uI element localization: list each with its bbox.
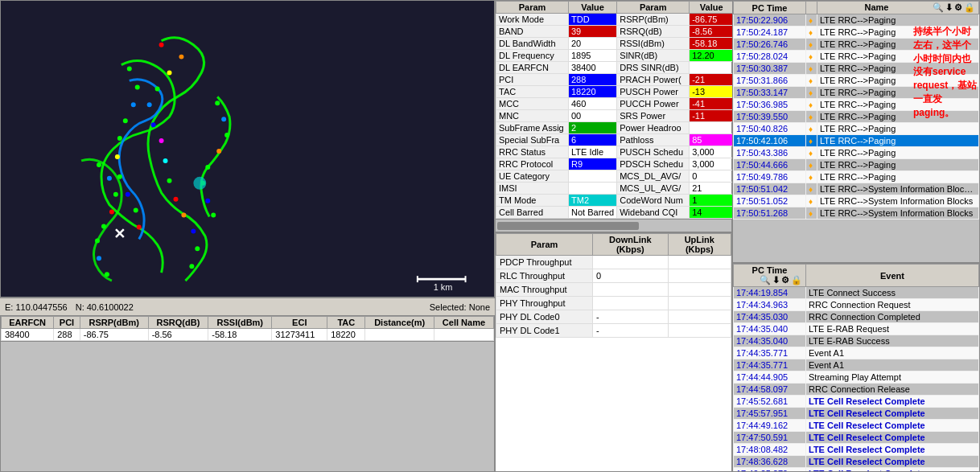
signal-icon: ♦: [806, 63, 817, 75]
log-name: LTE RRC-->System Information Blocks: [817, 207, 979, 220]
cell-rsrp: -86.75: [80, 329, 148, 341]
log-table-bottom: PC Time 🔍 ⬇ ⚙ 🔒 Event 17:44:19.854: [733, 264, 979, 471]
search-icon[interactable]: 🔍: [933, 2, 944, 13]
param-label-left: Work Mode: [496, 14, 569, 26]
svg-point-19: [117, 136, 122, 141]
event-row[interactable]: 17:45:57.951 LTE Cell Reselect Complete: [734, 408, 979, 420]
event-name: LTE Cell Reselect Complete: [806, 456, 979, 468]
event-row[interactable]: 17:48:08.482 LTE Cell Reselect Complete: [734, 444, 979, 456]
param-label-left: TAC: [496, 86, 569, 98]
log-time: 17:50:26.746: [734, 39, 806, 51]
event-name: LTE Cell Reselect Complete: [806, 432, 979, 444]
event-row[interactable]: 17:45:52.681 LTE Cell Reselect Complete: [734, 396, 979, 408]
param-label-left: DL BandWidth: [496, 38, 569, 50]
event-time: 17:44:35.030: [734, 311, 806, 323]
svg-point-1: [159, 43, 164, 47]
log-name: LTE RRC-->System Information Block T: [817, 183, 979, 195]
param-value-left: 2: [569, 122, 617, 134]
params-row: DL BandWidth 20 RSSI(dBm) -58.18: [496, 38, 734, 50]
event-name: RRC Connection Completed: [806, 311, 979, 323]
col-cellname: Cell Name: [434, 317, 493, 329]
svg-point-35: [113, 192, 118, 197]
event-name: LTE Connect Success: [806, 287, 979, 299]
log-row[interactable]: 17:50:51.268 ♦ LTE RRC-->System Informat…: [734, 207, 979, 220]
event-row[interactable]: 17:44:35.040 LTE E-RAB Request: [734, 323, 979, 335]
log-row[interactable]: 17:50:51.052 ♦ LTE RRC-->System Informat…: [734, 195, 979, 207]
param-label-right: CodeWord Num: [617, 195, 690, 207]
svg-point-27: [224, 133, 229, 137]
event-row[interactable]: 17:44:34.963 RRC Connection Request: [734, 299, 979, 311]
params-table: Param Value Param Value Work Mode TDD RS…: [496, 1, 734, 219]
event-lock-icon[interactable]: 🔒: [791, 275, 802, 285]
col-rssi: RSSI(dBm): [208, 317, 272, 329]
col-earfcn: EARFCN: [2, 317, 54, 329]
param-value-left: 6: [569, 134, 617, 146]
event-search-icon[interactable]: 🔍: [760, 275, 771, 285]
tp-col-param: Param: [496, 234, 593, 256]
event-row[interactable]: 17:44:58.097 RRC Connection Release: [734, 384, 979, 396]
svg-point-15: [127, 67, 132, 72]
svg-point-18: [123, 118, 128, 123]
event-row[interactable]: 17:44:35.771 Event A1: [734, 359, 979, 371]
throughput-row: PDCP Throughput: [496, 256, 731, 269]
event-row[interactable]: 17:44:35.771 Event A1: [734, 347, 979, 359]
lock-icon[interactable]: 🔒: [964, 2, 975, 13]
param-label-right: RSSI(dBm): [617, 38, 690, 50]
param-value-left: [569, 170, 617, 183]
param-label-left: Cell Barred: [496, 207, 569, 219]
event-row[interactable]: 17:44:35.040 LTE E-RAB Success: [734, 335, 979, 347]
param-label-left: PCI: [496, 74, 569, 86]
params-row: RRC Protocol R9 PDSCH Schedu 3,000: [496, 158, 734, 170]
param-label-right: RSRQ(dB): [617, 26, 690, 38]
event-row[interactable]: 17:44:35.030 RRC Connection Completed: [734, 311, 979, 323]
event-time: 17:44:35.040: [734, 323, 806, 335]
svg-point-10: [174, 197, 179, 202]
col-distance: Distance(m): [365, 317, 434, 329]
svg-point-4: [155, 86, 160, 91]
params-col-value2: Value: [690, 2, 734, 14]
tp-ul: [668, 269, 731, 283]
param-label-right: PUCCH Power: [617, 98, 690, 110]
cell-pci: 288: [54, 329, 80, 341]
log-row[interactable]: 17:50:44.666 ♦ LTE RRC-->Paging: [734, 159, 979, 171]
param-label-right: RSRP(dBm): [617, 14, 690, 26]
param-value-left: TM2: [569, 195, 617, 207]
log-time: 17:50:22.906: [734, 14, 806, 27]
event-row[interactable]: 17:44:49.162 LTE Cell Reselect Complete: [734, 420, 979, 432]
event-row[interactable]: 17:44:44.905 Streaming Play Attempt: [734, 371, 979, 384]
params-scrollbar[interactable]: [496, 219, 731, 232]
svg-point-32: [211, 213, 216, 218]
params-col-param1: Param: [496, 2, 569, 14]
log-row[interactable]: 17:50:49.786 ♦ LTE RRC-->Paging: [734, 171, 979, 183]
event-row[interactable]: 17:47:50.591 LTE Cell Reselect Complete: [734, 432, 979, 444]
bottom-scrollbar[interactable]: [1, 341, 494, 354]
log-row[interactable]: 17:50:42.106 ♦ LTE RRC-->Paging: [734, 135, 979, 147]
tp-ul: [668, 283, 731, 297]
event-name: Event A1: [806, 359, 979, 371]
event-filter-icon[interactable]: ⬇: [772, 275, 780, 285]
log-time: 17:50:30.387: [734, 63, 806, 75]
svg-point-11: [181, 213, 186, 218]
param-label-left: TM Mode: [496, 195, 569, 207]
param-value-right: -41: [690, 98, 734, 110]
filter-icon[interactable]: ⬇: [945, 2, 953, 13]
param-value-right: -21: [690, 74, 734, 86]
log-row[interactable]: 17:50:51.042 ♦ LTE RRC-->System Informat…: [734, 183, 979, 195]
tp-param: PHY DL Code1: [496, 324, 593, 338]
signal-icon: ♦: [806, 111, 817, 123]
svg-point-26: [221, 117, 226, 121]
event-row[interactable]: 17:48:36.628 LTE Cell Reselect Complete: [734, 456, 979, 468]
params-row: UE Category MCS_DL_AVG/ 0: [496, 170, 734, 183]
params-row: SubFrame Assig 2 Power Headroo: [496, 122, 734, 134]
log-row[interactable]: 17:50:43.386 ♦ LTE RRC-->Paging: [734, 147, 979, 159]
event-settings-icon[interactable]: ⚙: [781, 275, 789, 285]
param-value-right: 3,000: [690, 146, 734, 158]
map-area[interactable]: 1 km ✕: [0, 0, 495, 298]
log-row[interactable]: 17:50:40.826 ♦ LTE RRC-->Paging: [734, 123, 979, 135]
event-row[interactable]: 17:49:25.279 LTE Cell Reselect Complete: [734, 468, 979, 472]
event-row[interactable]: 17:44:19.854 LTE Connect Success: [734, 287, 979, 299]
settings-icon[interactable]: ⚙: [954, 2, 962, 13]
param-value-right: 14: [690, 207, 734, 219]
toolbar-icons: 🔍 ⬇ ⚙ 🔒: [933, 2, 975, 13]
signal-icon: ♦: [806, 207, 817, 220]
